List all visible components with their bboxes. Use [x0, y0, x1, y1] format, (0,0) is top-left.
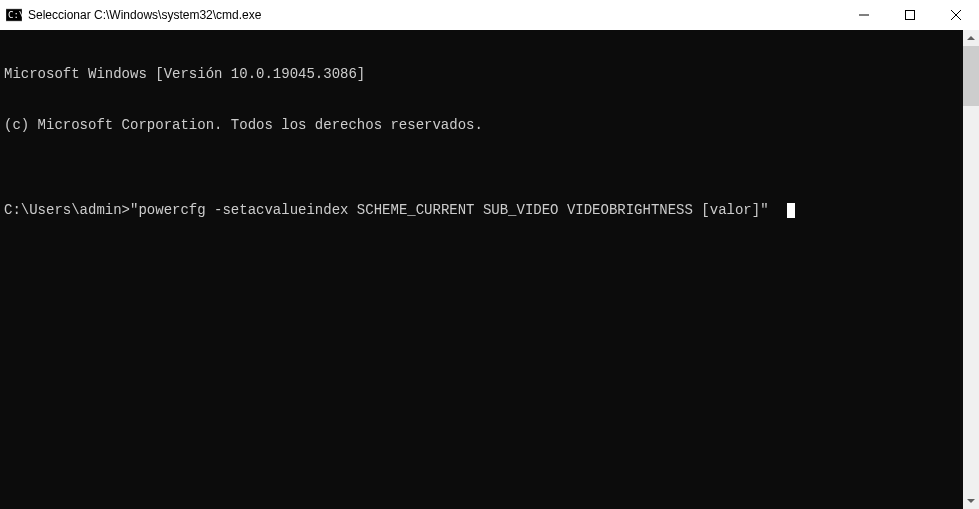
prompt: C:\Users\admin> — [4, 202, 130, 218]
svg-marker-7 — [967, 499, 975, 503]
window-controls — [841, 0, 979, 30]
titlebar[interactable]: C:\ Seleccionar C:\Windows\system32\cmd.… — [0, 0, 979, 30]
chevron-up-icon — [967, 36, 975, 40]
close-icon — [951, 10, 961, 20]
maximize-button[interactable] — [887, 0, 933, 30]
client-area: Microsoft Windows [Versión 10.0.19045.30… — [0, 30, 979, 509]
chevron-down-icon — [967, 499, 975, 503]
scroll-down-arrow[interactable] — [963, 493, 979, 509]
scroll-up-arrow[interactable] — [963, 30, 979, 46]
vertical-scrollbar[interactable] — [963, 30, 979, 509]
close-button[interactable] — [933, 0, 979, 30]
terminal-line: Microsoft Windows [Versión 10.0.19045.30… — [4, 66, 959, 83]
scroll-track[interactable] — [963, 46, 979, 493]
cmd-icon: C:\ — [6, 7, 22, 23]
maximize-icon — [905, 10, 915, 20]
scroll-thumb[interactable] — [963, 46, 979, 106]
command-text: "powercfg -setacvalueindex SCHEME_CURREN… — [130, 202, 769, 218]
svg-rect-3 — [906, 11, 915, 20]
text-cursor — [787, 203, 795, 218]
svg-marker-6 — [967, 36, 975, 40]
terminal-output[interactable]: Microsoft Windows [Versión 10.0.19045.30… — [0, 30, 963, 509]
cmd-window: C:\ Seleccionar C:\Windows\system32\cmd.… — [0, 0, 979, 509]
minimize-button[interactable] — [841, 0, 887, 30]
minimize-icon — [859, 10, 869, 20]
prompt-line: C:\Users\admin>"powercfg -setacvalueinde… — [4, 202, 959, 219]
svg-text:C:\: C:\ — [8, 10, 22, 20]
window-title: Seleccionar C:\Windows\system32\cmd.exe — [28, 8, 261, 22]
terminal-line: (c) Microsoft Corporation. Todos los der… — [4, 117, 959, 134]
